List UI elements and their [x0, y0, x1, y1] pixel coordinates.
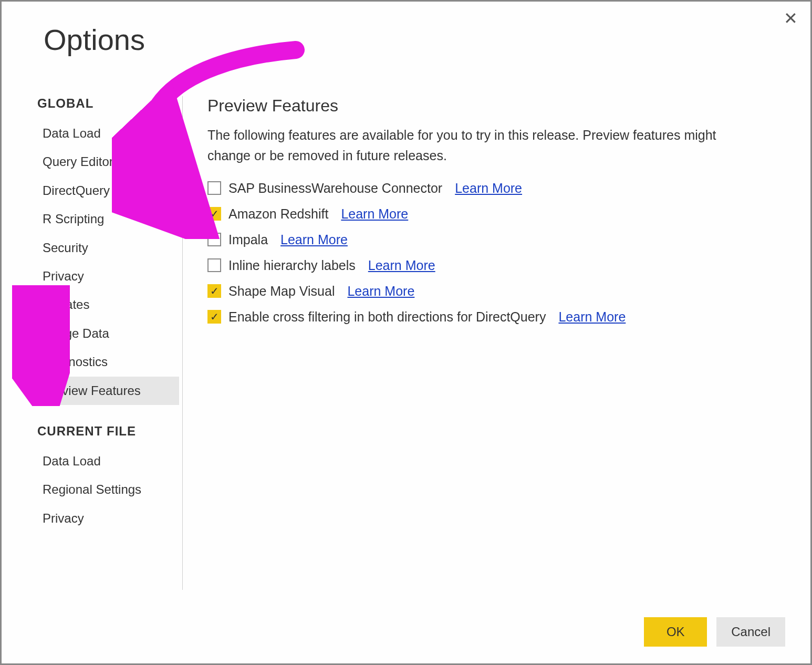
check-icon: ✓ [210, 209, 219, 219]
sidebar-item-cf-data-load[interactable]: Data Load [37, 447, 179, 475]
page-title: Options [44, 23, 145, 57]
feature-row-impala: ✓ Impala Learn More [207, 232, 785, 247]
learn-more-link[interactable]: Learn More [347, 284, 414, 299]
checkbox-impala[interactable]: ✓ [207, 233, 221, 246]
sidebar: GLOBAL Data Load Query Editor DirectQuer… [37, 96, 179, 533]
dialog-footer: OK Cancel [644, 617, 785, 647]
sidebar-item-updates[interactable]: Updates [37, 290, 179, 319]
sidebar-item-query-editor[interactable]: Query Editor [37, 148, 179, 176]
feature-row-cross-filtering: ✓ Enable cross filtering in both directi… [207, 309, 785, 325]
ok-button[interactable]: OK [644, 617, 707, 647]
feature-row-inline-hierarchy: ✓ Inline hierarchy labels Learn More [207, 258, 785, 273]
sidebar-item-data-load[interactable]: Data Load [37, 119, 179, 148]
feature-label: Amazon Redshift [228, 206, 328, 222]
sidebar-item-cf-regional-settings[interactable]: Regional Settings [37, 475, 179, 504]
content-pane: Preview Features The following features … [207, 96, 785, 335]
checkbox-inline-hierarchy[interactable]: ✓ [207, 258, 221, 272]
sidebar-item-usage-data[interactable]: Usage Data [37, 319, 179, 348]
sidebar-item-security[interactable]: Security [37, 234, 179, 262]
cancel-button[interactable]: Cancel [716, 617, 785, 647]
feature-label: Shape Map Visual [228, 284, 335, 299]
sidebar-item-directquery[interactable]: DirectQuery [37, 176, 179, 205]
section-header-current-file: CURRENT FILE [37, 424, 179, 439]
content-description: The following features are available for… [207, 125, 754, 166]
sidebar-section-current-file: CURRENT FILE Data Load Regional Settings… [37, 424, 179, 533]
check-icon: ✓ [210, 286, 219, 296]
vertical-divider [182, 96, 183, 590]
sidebar-item-r-scripting[interactable]: R Scripting [37, 205, 179, 233]
feature-label: Impala [228, 232, 268, 247]
learn-more-link[interactable]: Learn More [558, 309, 626, 325]
sidebar-section-global: GLOBAL Data Load Query Editor DirectQuer… [37, 96, 179, 405]
close-icon[interactable]: ✕ [784, 10, 798, 27]
section-header-global: GLOBAL [37, 96, 179, 111]
learn-more-link[interactable]: Learn More [341, 206, 408, 222]
feature-row-sap-bw: ✓ SAP BusinessWarehouse Connector Learn … [207, 181, 785, 196]
feature-label: Enable cross filtering in both direction… [228, 309, 546, 325]
content-heading: Preview Features [207, 96, 785, 116]
check-icon: ✓ [210, 311, 219, 322]
sidebar-item-diagnostics[interactable]: Diagnostics [37, 348, 179, 376]
learn-more-link[interactable]: Learn More [368, 258, 435, 273]
feature-label: Inline hierarchy labels [228, 258, 356, 273]
feature-label: SAP BusinessWarehouse Connector [228, 181, 442, 196]
checkbox-amazon-redshift[interactable]: ✓ [207, 207, 221, 221]
sidebar-item-privacy[interactable]: Privacy [37, 262, 179, 290]
checkbox-shape-map[interactable]: ✓ [207, 284, 221, 298]
learn-more-link[interactable]: Learn More [455, 181, 522, 196]
feature-row-amazon-redshift: ✓ Amazon Redshift Learn More [207, 206, 785, 222]
options-dialog: ✕ Options GLOBAL Data Load Query Editor … [0, 0, 812, 665]
sidebar-item-cf-privacy[interactable]: Privacy [37, 504, 179, 533]
feature-row-shape-map: ✓ Shape Map Visual Learn More [207, 284, 785, 299]
learn-more-link[interactable]: Learn More [280, 232, 348, 247]
checkbox-cross-filtering[interactable]: ✓ [207, 310, 221, 324]
checkbox-sap-bw[interactable]: ✓ [207, 181, 221, 195]
sidebar-item-preview-features[interactable]: Preview Features [35, 377, 179, 405]
